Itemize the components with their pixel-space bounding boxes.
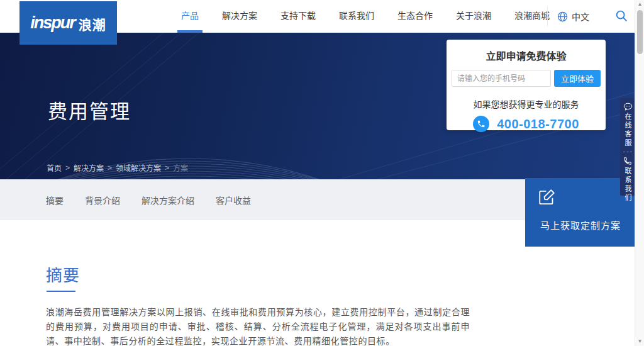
tab-customer-benefits[interactable]: 客户收益 — [216, 194, 251, 206]
online-service-tab[interactable]: 在线客服 — [623, 98, 633, 152]
phone-input[interactable] — [452, 70, 551, 87]
contact-us-tab[interactable]: 联系我们 — [623, 152, 633, 206]
chat-bubble-icon — [623, 103, 633, 111]
breadcrumb-home[interactable]: 首页 — [47, 162, 62, 173]
page-scrollbar: ▲ ▼ — [635, 0, 644, 346]
summary-heading: 摘要 — [46, 262, 80, 286]
language-label: 中文 — [572, 10, 589, 23]
nav-divider — [547, 6, 548, 26]
nav-item-solutions[interactable]: 解决方案 — [222, 0, 257, 33]
search-button[interactable] — [614, 9, 630, 24]
nav-item-mall[interactable]: 浪潮商城 — [514, 0, 550, 33]
phone-icon — [473, 116, 489, 132]
hotline[interactable]: 400-018-7700 — [473, 116, 579, 132]
brand-logo[interactable]: inspur 浪潮 — [19, 1, 117, 45]
tab-background[interactable]: 背景介绍 — [85, 194, 120, 206]
breadcrumb-separator: > — [165, 164, 169, 172]
heading-underline — [47, 291, 75, 292]
scrollbar-thumb[interactable] — [637, 10, 643, 54]
trial-submit-button[interactable]: 立即体验 — [554, 70, 601, 87]
page-title: 费用管理 — [48, 96, 131, 124]
nav-item-products[interactable]: 产品 — [181, 0, 199, 33]
trial-card-title: 立即申请免费体验 — [486, 48, 566, 63]
floating-side-tabs: 在线客服 联系我们 — [620, 98, 635, 196]
breadcrumb-separator: > — [65, 164, 70, 172]
breadcrumb-domain-solutions[interactable]: 领域解决方案 — [116, 162, 161, 173]
contact-phone-icon — [623, 157, 632, 165]
summary-paragraph: 浪潮海岳费用管理解决方案以网上报销、在线审批和费用预算为核心，建立费用控制平台，… — [46, 305, 470, 346]
tab-summary[interactable]: 摘要 — [46, 194, 64, 206]
logo-wordmark: inspur — [30, 13, 75, 33]
online-service-label: 在线客服 — [623, 113, 633, 148]
hotline-number: 400-018-7700 — [497, 117, 579, 131]
logo-chinese: 浪潮 — [79, 13, 106, 33]
breadcrumb-current: 方案 — [173, 162, 188, 173]
nav-item-downloads[interactable]: 支持下载 — [280, 0, 316, 33]
nav-item-about[interactable]: 关于浪潮 — [456, 0, 491, 33]
service-hint-text: 如果您想获得更专业的服务 — [474, 98, 579, 110]
main-menu: 产品 解决方案 支持下载 联系我们 生态合作 关于浪潮 浪潮商城 — [181, 0, 550, 33]
search-icon — [614, 9, 628, 23]
custom-plan-cta[interactable]: 马上获取定制方案 — [525, 178, 636, 247]
nav-item-ecosystem[interactable]: 生态合作 — [397, 0, 433, 33]
breadcrumb-solutions[interactable]: 解决方案 — [74, 162, 104, 173]
globe-icon — [557, 11, 568, 22]
tab-solution-intro[interactable]: 解决方案介绍 — [142, 194, 194, 206]
trial-input-row: 立即体验 — [452, 70, 601, 87]
contact-us-label: 联系我们 — [623, 167, 633, 203]
edit-icon — [538, 189, 555, 206]
nav-item-contact[interactable]: 联系我们 — [339, 0, 374, 33]
breadcrumb: 首页 > 解决方案 > 领域解决方案 > 方案 — [47, 162, 188, 173]
breadcrumb-separator: > — [108, 164, 112, 172]
language-switcher[interactable]: 中文 — [557, 0, 589, 33]
scrollbar-up-arrow[interactable]: ▲ — [635, 0, 644, 9]
scrollbar-down-arrow[interactable]: ▼ — [635, 337, 644, 346]
page: 费用管理 首页 > 解决方案 > 领域解决方案 > 方案 产品 解决方案 支持下… — [0, 0, 644, 346]
custom-plan-label: 马上获取定制方案 — [525, 218, 636, 232]
free-trial-card: 立即申请免费体验 立即体验 如果您想获得更专业的服务 400-018-7700 — [447, 40, 606, 130]
